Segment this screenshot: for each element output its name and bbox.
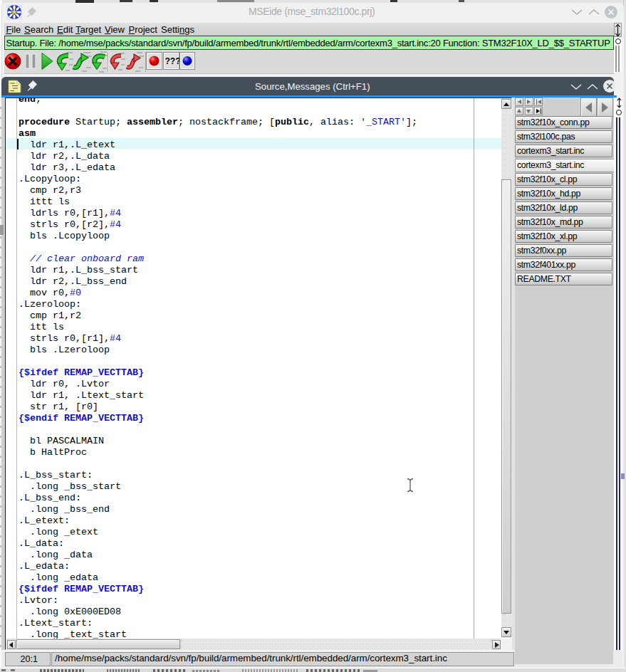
svg-text:???: ??? <box>165 56 181 66</box>
